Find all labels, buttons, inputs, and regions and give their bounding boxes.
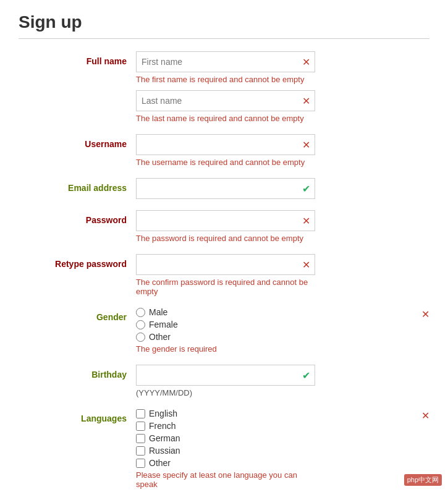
lastname-input[interactable] [136,90,315,111]
birthday-success-icon: ✔ [302,370,310,381]
lang-russian-label: Russian [149,446,180,456]
firstname-error-text: The first name is required and cannot be… [136,75,315,84]
gender-female-option[interactable]: Female [136,320,415,329]
retype-input[interactable] [136,254,315,275]
gender-other-radio[interactable] [136,333,145,342]
lang-english-checkbox[interactable] [136,409,145,418]
gender-female-label: Female [149,320,178,329]
gender-other-label: Other [149,332,171,342]
firstname-input[interactable] [136,51,315,72]
birthday-label: Birthday [19,365,136,380]
firstname-error-icon: ✕ [302,56,310,68]
languages-label: Languages [19,409,136,423]
lang-other-checkbox[interactable] [136,459,145,468]
lang-french-label: French [149,421,176,431]
lang-german-option[interactable]: German [136,433,415,443]
languages-options-group: English French German Russian Other [136,409,415,489]
password-label: Password [19,210,136,225]
lastname-error-text: The last name is required and cannot be … [136,114,315,123]
email-label: Email address [19,178,136,193]
retype-label: Retype password [19,254,136,269]
gender-female-radio[interactable] [136,320,145,329]
lastname-error-icon: ✕ [302,95,310,107]
gender-error-icon: ✕ [421,308,429,320]
birthday-input[interactable] [136,365,315,386]
lang-other-option[interactable]: Other [136,458,415,468]
email-success-icon: ✔ [302,183,310,195]
gender-options-group: Male Female Other The gender is required [136,307,415,354]
lang-german-label: German [149,433,180,443]
languages-error-text: Please specify at least one language you… [136,470,315,489]
birthday-hint: (YYYY/MM/DD) [136,388,429,397]
gender-other-option[interactable]: Other [136,332,415,342]
password-input[interactable] [136,210,315,231]
languages-error-icon: ✕ [421,410,429,422]
lang-french-checkbox[interactable] [136,422,145,431]
gender-label: Gender [19,307,136,322]
gender-male-label: Male [149,307,167,317]
lang-french-option[interactable]: French [136,421,415,431]
gender-error-text: The gender is required [136,344,315,354]
lang-german-checkbox[interactable] [136,434,145,443]
page-title: Sign up [19,12,429,32]
retype-error-text: The confirm password is required and can… [136,278,315,296]
retype-error-icon: ✕ [302,259,310,271]
password-error-icon: ✕ [302,215,310,227]
lang-russian-option[interactable]: Russian [136,446,415,456]
lang-english-option[interactable]: English [136,409,415,418]
email-input[interactable] [136,178,315,199]
username-error-text: The username is required and cannot be e… [136,158,315,167]
username-error-icon: ✕ [302,139,310,151]
password-error-text: The password is required and cannot be e… [136,234,315,243]
fullname-label: Full name [19,51,136,66]
username-input[interactable] [136,134,315,155]
gender-male-radio[interactable] [136,308,145,317]
gender-male-option[interactable]: Male [136,307,415,317]
lang-english-label: English [149,409,177,418]
watermark: php中文网 [404,474,442,486]
username-label: Username [19,134,136,149]
lang-russian-checkbox[interactable] [136,446,145,456]
lang-other-label: Other [149,458,171,468]
